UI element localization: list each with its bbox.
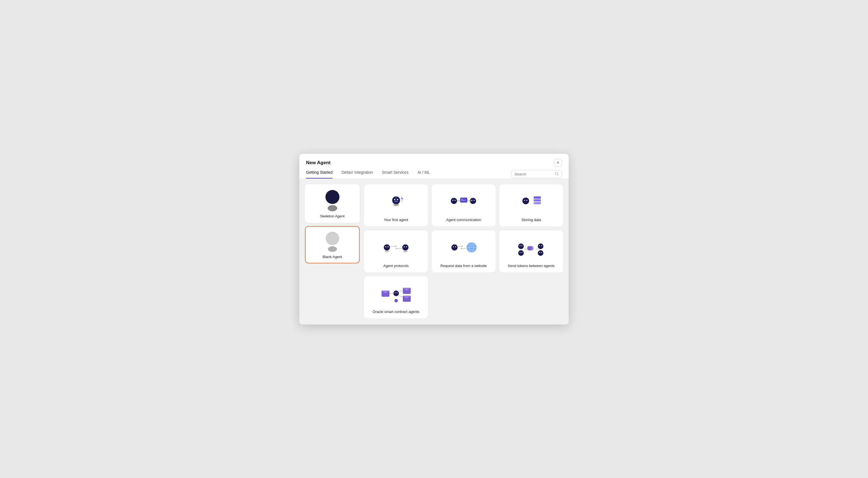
blank-body [328,246,337,252]
template-your-first-agent[interactable]: Your first agent [364,184,428,227]
svg-point-38 [384,244,390,250]
tab-smart-services[interactable]: Smart Services [382,170,408,178]
svg-marker-67 [461,248,462,249]
svg-point-91 [396,292,398,293]
template-agent-communication[interactable]: Agent communication [432,184,495,227]
skeleton-head [326,190,339,204]
svg-point-89 [393,291,399,296]
oracle-smart-contract-icon: ! [368,282,424,306]
svg-point-17 [473,200,475,201]
send-tokens-icon [503,237,559,260]
svg-point-90 [395,292,396,293]
svg-point-81 [541,252,542,253]
svg-line-103 [399,296,403,297]
svg-point-79 [538,250,544,256]
svg-rect-58 [454,244,455,245]
svg-point-77 [539,245,540,246]
svg-rect-93 [396,290,396,291]
template-oracle-smart-contract[interactable]: ! Oracle smart contract agents [364,276,428,318]
template-storing-data[interactable]: Storing data [499,184,563,227]
svg-marker-65 [462,245,463,247]
svg-marker-9 [401,195,403,203]
blank-agent-label: Blank Agent [322,255,342,259]
svg-point-69 [519,245,520,246]
tab-getting-started[interactable]: Getting Started [306,170,333,178]
blank-agent-icon-area [309,232,356,252]
svg-rect-19 [473,198,473,199]
svg-point-10 [451,198,457,204]
skeleton-agent-label: Skeleton Agent [320,214,344,218]
skeleton-agent-card[interactable]: Skeleton Agent [305,184,360,223]
svg-point-49 [403,250,408,252]
svg-rect-31 [525,197,526,198]
tabs-container: Getting Started DeltaV Integration Smart… [306,170,430,178]
svg-rect-37 [534,203,535,203]
skeleton-robot-icon [326,190,339,211]
svg-point-3 [394,199,395,200]
modal-header: New Agent × [299,154,569,167]
svg-point-70 [521,245,522,246]
modal-title: New Agent [306,160,331,166]
svg-point-40 [388,246,389,247]
search-input[interactable] [515,172,553,176]
blank-head [326,232,339,245]
svg-rect-35 [534,197,535,198]
svg-point-44 [402,244,408,250]
svg-point-43 [384,250,389,252]
storing-data-icon [503,191,559,214]
svg-point-55 [453,246,454,247]
blank-agent-card[interactable]: Blank Agent [305,226,360,263]
send-tokens-label: Send tokens between agents [508,264,555,268]
your-first-agent-icon [368,191,424,214]
svg-point-12 [455,200,456,201]
svg-rect-42 [386,244,387,245]
tab-ai-ml[interactable]: AI / ML [417,170,430,178]
agent-protocols-label: Agent protocols [383,264,408,268]
svg-rect-21 [461,199,463,200]
svg-point-56 [455,246,456,247]
agent-communication-icon [436,191,492,214]
svg-point-83 [527,246,532,250]
new-agent-modal: New Agent × Getting Started DeltaV Integ… [299,154,569,325]
agent-communication-label: Agent communication [446,218,481,222]
blank-robot-icon [326,232,339,252]
request-data-website-label: Request data from a website [440,264,487,268]
svg-marker-51 [396,245,397,247]
svg-rect-36 [534,200,535,200]
svg-rect-7 [396,197,396,198]
request-data-website-icon [436,237,492,260]
svg-point-78 [541,245,542,246]
modal-body: Skeleton Agent Blank Agent [299,179,569,325]
svg-point-16 [471,200,472,201]
template-request-data-website[interactable]: Request data from a website [432,230,495,272]
search-box[interactable] [512,170,562,178]
svg-point-74 [519,252,520,253]
svg-rect-22 [461,200,465,201]
svg-rect-72 [521,243,521,244]
close-button[interactable]: × [554,159,562,167]
your-first-agent-label: Your first agent [384,218,408,222]
left-panel: Skeleton Agent Blank Agent [305,184,360,319]
skeleton-body [328,205,337,211]
oracle-smart-contract-label: Oracle smart contract agents [373,310,420,314]
agent-protocols-icon [368,237,424,260]
svg-point-39 [385,246,386,247]
svg-point-28 [524,200,525,201]
svg-line-102 [399,291,403,292]
storing-data-label: Storing data [521,218,541,222]
right-panel: Your first agent [364,184,563,319]
tab-deltav-integration[interactable]: DeltaV Integration [341,170,373,178]
svg-point-54 [452,244,458,250]
svg-rect-5 [395,201,398,202]
svg-point-11 [452,200,453,201]
svg-point-29 [526,200,527,201]
svg-point-27 [522,198,529,204]
svg-point-80 [539,252,540,253]
template-send-tokens[interactable]: Send tokens between agents [499,230,563,272]
svg-line-1 [558,175,559,176]
skeleton-agent-icon-area [309,190,356,211]
svg-point-75 [521,252,522,253]
template-agent-protocols[interactable]: Agent protocols [364,230,428,272]
svg-point-8 [393,203,399,206]
svg-text:!: ! [396,300,396,302]
